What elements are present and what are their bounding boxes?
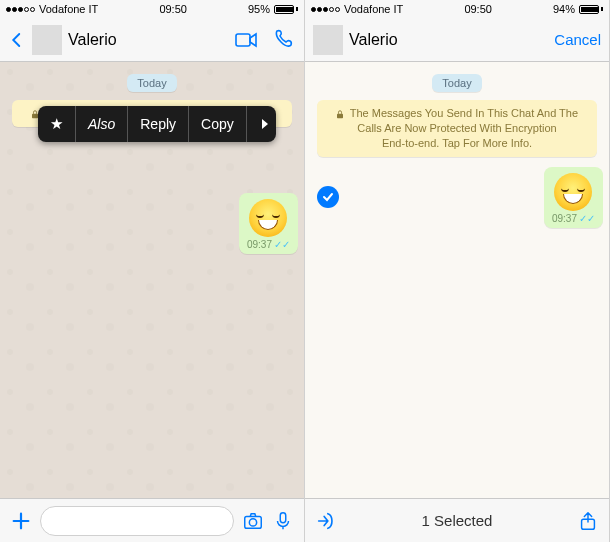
- carrier-label: Vodafone IT: [39, 3, 98, 15]
- battery-icon: [274, 5, 298, 14]
- selection-check-icon[interactable]: [317, 186, 339, 208]
- message-time: 09:37: [247, 239, 272, 250]
- video-call-icon[interactable]: [234, 28, 258, 52]
- carrier-label: Vodafone IT: [344, 3, 403, 15]
- phone-call-icon[interactable]: [272, 28, 296, 52]
- selection-toolbar: 1 Selected: [305, 498, 609, 542]
- ctx-more-button[interactable]: [247, 106, 276, 142]
- encryption-text-l3: End-to-end. Tap For More Info.: [382, 137, 532, 149]
- contact-name[interactable]: Valerio: [68, 31, 228, 49]
- date-pill: Today: [432, 74, 481, 92]
- ctx-also-button[interactable]: Also: [76, 106, 128, 142]
- read-ticks-icon: ✓✓: [274, 239, 290, 250]
- contact-name[interactable]: Valerio: [349, 31, 548, 49]
- grinning-emoji-icon: [554, 173, 592, 211]
- battery-icon: [579, 5, 603, 14]
- encryption-banner[interactable]: The Messages You Send In This Chat And T…: [317, 100, 597, 157]
- avatar[interactable]: [32, 25, 62, 55]
- signal-dots-icon: [6, 7, 35, 12]
- svg-rect-4: [280, 512, 286, 522]
- status-bar: Vodafone IT 09:50 94%: [305, 0, 609, 18]
- left-pane: Vodafone IT 09:50 95% Valerio Today The …: [0, 0, 305, 542]
- status-bar: Vodafone IT 09:50 95%: [0, 0, 304, 18]
- chat-area[interactable]: Today The Messages You Send In This Chat…: [305, 62, 609, 498]
- right-pane: Vodafone IT 09:50 94% Valerio Cancel Tod…: [305, 0, 610, 542]
- read-ticks-icon: ✓✓: [579, 213, 595, 224]
- camera-icon[interactable]: [242, 510, 264, 532]
- chat-header-selection: Valerio Cancel: [305, 18, 609, 62]
- svg-rect-1: [32, 113, 38, 118]
- context-menu: ★ Also Reply Copy: [38, 106, 276, 142]
- message-input[interactable]: [40, 506, 234, 536]
- svg-point-3: [249, 518, 256, 525]
- mic-icon[interactable]: [272, 510, 294, 532]
- avatar[interactable]: [313, 25, 343, 55]
- battery-percent: 95%: [248, 3, 270, 15]
- grinning-emoji-icon: [249, 199, 287, 237]
- encryption-text-l1: The Messages You Send In This Chat And T…: [350, 107, 578, 119]
- battery-percent: 94%: [553, 3, 575, 15]
- selected-count-label: 1 Selected: [345, 512, 569, 529]
- message-bubble[interactable]: 09:37 ✓✓: [544, 167, 603, 228]
- cancel-button[interactable]: Cancel: [554, 31, 601, 48]
- chevron-right-icon: [259, 118, 271, 130]
- status-time: 09:50: [159, 3, 187, 15]
- back-chevron-icon[interactable]: [8, 31, 26, 49]
- chat-area[interactable]: Today The Messages You Send In This Chat…: [0, 62, 304, 498]
- forward-icon[interactable]: [315, 510, 337, 532]
- ctx-reply-button[interactable]: Reply: [128, 106, 189, 142]
- lock-icon: [336, 110, 344, 119]
- message-row: 09:37 ✓✓: [6, 193, 298, 254]
- compose-bar: [0, 498, 304, 542]
- svg-rect-5: [337, 113, 343, 118]
- ctx-star-button[interactable]: ★: [38, 106, 76, 142]
- attach-plus-icon[interactable]: [10, 510, 32, 532]
- encryption-text-l2: Calls Are Now Protected With Encryption: [357, 122, 556, 134]
- message-row[interactable]: 09:37 ✓✓: [311, 167, 603, 228]
- signal-dots-icon: [311, 7, 340, 12]
- date-pill: Today: [127, 74, 176, 92]
- message-time: 09:37: [552, 213, 577, 224]
- chat-header: Valerio: [0, 18, 304, 62]
- status-time: 09:50: [464, 3, 492, 15]
- svg-rect-0: [236, 34, 250, 46]
- message-bubble[interactable]: 09:37 ✓✓: [239, 193, 298, 254]
- share-icon[interactable]: [577, 510, 599, 532]
- ctx-copy-button[interactable]: Copy: [189, 106, 247, 142]
